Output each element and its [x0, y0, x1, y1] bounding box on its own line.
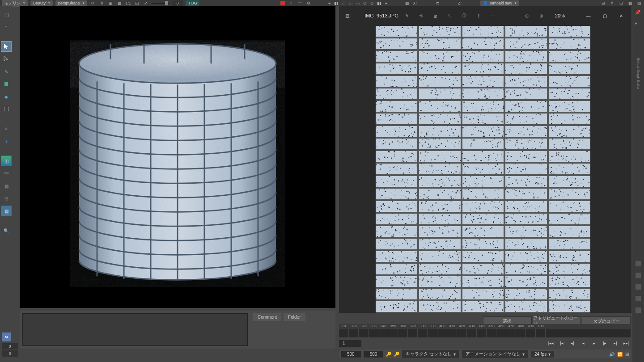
more-icon[interactable]: ⋯ — [489, 12, 497, 20]
current-frame[interactable]: 1 — [339, 340, 361, 347]
tab-comment[interactable]: Comment — [253, 313, 281, 321]
axis-tool[interactable]: ⊥ — [1, 136, 12, 147]
key-icon[interactable]: 🔑 — [386, 352, 391, 357]
slot-5[interactable] — [636, 307, 641, 313]
settings-icon[interactable]: ⊞ — [625, 352, 629, 357]
loop-icon[interactable]: 🔁 — [617, 352, 623, 357]
cycle-icon[interactable]: ⊙ — [362, 0, 368, 6]
slot-1[interactable] — [636, 261, 641, 266]
pause2-icon[interactable]: ▮▮ — [376, 0, 382, 6]
clip-2-icon[interactable]: ▭ — [347, 0, 354, 6]
axis-icon[interactable]: ▦ — [404, 0, 410, 6]
step-back-icon[interactable]: ◂ — [326, 0, 332, 6]
info-icon[interactable]: ⓘ — [460, 12, 468, 20]
exposure-slider[interactable] — [152, 3, 169, 4]
lasso-tool[interactable] — [1, 54, 12, 64]
script-editor[interactable] — [22, 313, 248, 346]
sound-icon[interactable]: 🔊 — [609, 352, 614, 357]
rotate-image-icon[interactable]: ⟲ — [417, 12, 425, 20]
key2-icon[interactable]: 🔑 — [394, 352, 399, 357]
panel-icon[interactable]: ▤ — [636, 0, 642, 6]
go-start-icon[interactable]: |◂◂ — [547, 340, 555, 347]
share-icon[interactable]: ⇪ — [475, 12, 483, 20]
snap-icon[interactable]: ⊡ — [618, 0, 624, 6]
pause-icon[interactable]: ⏸ — [99, 0, 105, 6]
gear-icon[interactable]: ⚙ — [305, 0, 312, 6]
next-key-icon[interactable]: |▸ — [600, 340, 609, 347]
favorite-icon[interactable]: ♡ — [446, 12, 454, 20]
slot-4[interactable] — [636, 296, 641, 301]
zoom-out-icon[interactable]: ⊖ — [523, 12, 531, 20]
maya-icon[interactable]: M — [2, 333, 11, 341]
record-icon[interactable] — [280, 1, 285, 5]
clip-1-icon[interactable]: ▭ — [340, 0, 347, 6]
layout-icon[interactable]: ▦ — [627, 0, 633, 6]
tog-button[interactable]: TOG — [186, 0, 199, 6]
rotate-tool[interactable]: ◆ — [1, 91, 12, 102]
snapshot-icon[interactable]: ▦ — [117, 0, 123, 6]
close-icon[interactable]: ✕ — [615, 11, 627, 20]
edit-image-icon[interactable]: ✎ — [403, 12, 411, 20]
grid-small-icon[interactable]: ⊞⊞ — [1, 168, 12, 179]
shelf-1[interactable]: ◫ — [1, 156, 12, 166]
play-icon[interactable]: ▸ — [383, 0, 390, 6]
list-icon[interactable]: ⊟ — [1, 193, 12, 204]
move-tool[interactable] — [1, 79, 12, 89]
search-icon[interactable]: 🔍 — [1, 225, 12, 236]
go-end-icon[interactable]: ▸▸| — [622, 340, 631, 347]
aspect-icon[interactable]: ◱ — [134, 0, 140, 6]
cursor-icon[interactable]: ⬚ — [1, 9, 12, 20]
waves-icon[interactable]: 〰 — [297, 0, 303, 6]
svg-point-109 — [527, 34, 528, 35]
texture-image[interactable] — [375, 26, 591, 313]
zoom-in-icon[interactable]: ⊕ — [537, 12, 545, 20]
step-back-icon[interactable]: |◂ — [557, 340, 566, 347]
play-back-icon[interactable]: ▮▮ — [333, 0, 339, 6]
camera-icon[interactable]: ▣ — [108, 0, 114, 6]
refresh-icon[interactable]: ⟳ — [90, 0, 96, 6]
pivot-tool[interactable]: ✕ — [1, 123, 12, 134]
svg-point-674 — [475, 77, 475, 78]
link-icon[interactable]: ⊘ — [369, 0, 375, 6]
delete-icon[interactable]: 🗑 — [432, 12, 440, 20]
range-start[interactable]: 500 — [341, 351, 361, 358]
image-icon[interactable]: 🖼 — [343, 12, 351, 20]
slot-2[interactable] — [636, 273, 641, 278]
grid-tool[interactable]: ▦ — [1, 181, 12, 191]
play-fwd-icon[interactable]: ▸ — [589, 340, 598, 347]
magnet-icon[interactable]: ⋔ — [609, 0, 615, 6]
svg-point-2040 — [470, 191, 472, 192]
camera-selector[interactable]: perspShape — [55, 0, 87, 6]
slot-3[interactable] — [636, 284, 641, 290]
expand-icon[interactable]: ⤢ — [143, 0, 149, 6]
circle-icon[interactable]: ○ — [288, 0, 294, 6]
select-tool[interactable] — [1, 41, 12, 52]
tab-folder[interactable]: Folder — [284, 313, 305, 321]
charset-selector[interactable]: キャラクタ セットなし ▾ — [402, 350, 459, 358]
pin-icon[interactable]: 📌 — [635, 10, 641, 16]
svg-point-1112 — [449, 123, 449, 124]
user-menu[interactable]: 👤 tomoaki saw — [480, 0, 519, 6]
clip-3-icon[interactable]: ▭ — [355, 0, 361, 6]
step-fwd-icon[interactable]: ▸| — [611, 340, 620, 347]
render-mode-selector[interactable]: Beauty — [30, 0, 53, 6]
prev-key-icon[interactable]: ◂| — [568, 340, 577, 347]
svg-point-1736 — [478, 168, 478, 168]
workspace-selector[interactable]: モデリン — [2, 0, 28, 7]
grid-icon[interactable]: ⊞ — [600, 0, 606, 6]
play-back-icon[interactable]: ◂ — [579, 340, 588, 347]
timeline-track[interactable] — [339, 329, 631, 337]
maximize-icon[interactable]: ▢ — [599, 11, 611, 20]
range-end[interactable]: 500 — [364, 351, 384, 358]
minimize-icon[interactable]: — — [582, 11, 594, 20]
hamburger-icon[interactable]: ≡ — [1, 21, 12, 32]
pointer-icon[interactable]: ▸ — [635, 21, 641, 27]
brush-tool[interactable]: ✎ — [1, 66, 12, 77]
texture-tile — [549, 26, 590, 37]
anim-layer-selector[interactable]: アニメーション レイヤなし ▾ — [462, 350, 528, 358]
scale-tool[interactable] — [1, 104, 12, 114]
timeline[interactable]: 1031032033034035036037038039040041042043… — [339, 324, 631, 337]
fps-selector[interactable]: 24 fps ▾ — [531, 351, 554, 358]
render-viewport[interactable] — [20, 6, 335, 308]
texture-tool[interactable]: ▦ — [1, 206, 12, 216]
